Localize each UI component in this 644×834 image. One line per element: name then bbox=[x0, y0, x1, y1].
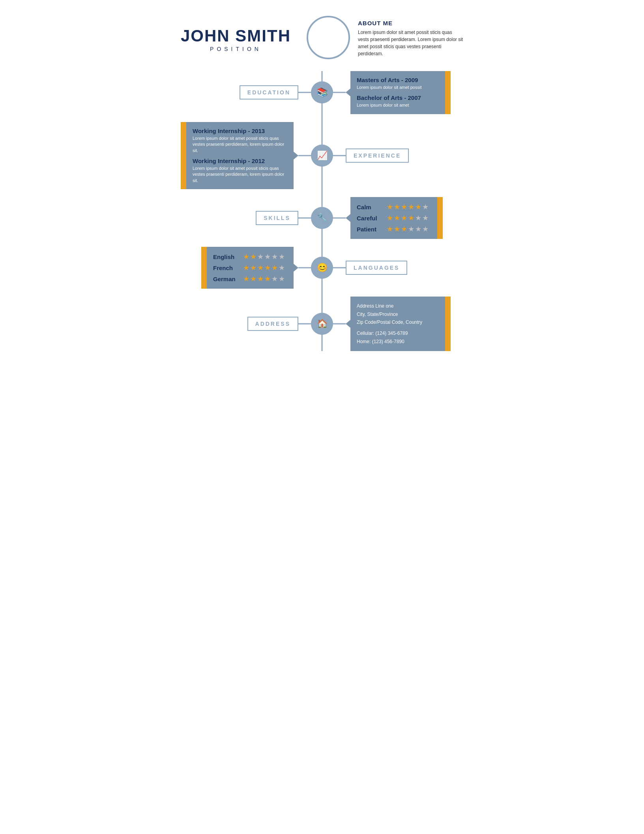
education-icon: 📚 bbox=[317, 87, 328, 98]
lang-english-stars: ★ ★ ★ ★ ★ ★ bbox=[243, 252, 285, 261]
languages-accent bbox=[201, 247, 207, 289]
experience-accent bbox=[181, 122, 186, 189]
skill-patient-stars: ★ ★ ★ ★ ★ ★ bbox=[387, 225, 429, 233]
skill-careful-row: Careful ★ ★ ★ ★ ★ ★ bbox=[357, 214, 431, 222]
address-row: ADDRESS 🏠 Address Line one City, State/P… bbox=[181, 297, 463, 351]
languages-content: English ★ ★ ★ ★ ★ ★ French bbox=[207, 247, 294, 289]
education-right: Masters of Arts - 2009 Lorem ipsum dolor… bbox=[322, 71, 463, 114]
skill-calm-label: Calm bbox=[357, 204, 384, 210]
header-section: JOHN SMITH POSITION ABOUT ME Lorem ipsum… bbox=[181, 16, 463, 59]
address-cellular: Cellular: (124) 345-6789 bbox=[357, 329, 439, 337]
experience-node: 📈 bbox=[311, 145, 333, 167]
about-title: ABOUT ME bbox=[358, 20, 463, 26]
name-block: JOHN SMITH POSITION bbox=[181, 16, 291, 52]
lang-english-label: English bbox=[213, 254, 241, 260]
about-block: ABOUT ME Lorem ipsum dolor sit amet poss… bbox=[358, 16, 463, 57]
experience-icon: 📈 bbox=[317, 150, 328, 161]
skill-careful-label: Careful bbox=[357, 215, 384, 222]
skills-accent bbox=[437, 197, 443, 239]
lang-french-label: French bbox=[213, 265, 241, 271]
languages-arrow bbox=[294, 264, 298, 272]
lang-english-row: English ★ ★ ★ ★ ★ ★ bbox=[213, 252, 287, 261]
address-line2: City, State/Province bbox=[357, 310, 439, 318]
languages-icon: 😊 bbox=[317, 263, 328, 273]
education-entry-1-text: Lorem ipsum dolor sit amet possit bbox=[357, 85, 439, 90]
skill-calm-row: Calm ★ ★ ★ ★ ★ ★ bbox=[357, 203, 431, 211]
experience-arrow bbox=[294, 152, 298, 160]
lang-french-row: French ★ ★ ★ ★ ★ ★ bbox=[213, 263, 287, 272]
skills-content: Calm ★ ★ ★ ★ ★ ★ Careful bbox=[350, 197, 437, 239]
address-icon: 🏠 bbox=[317, 319, 328, 329]
about-text: Lorem ipsum dolor sit amet possit sticis… bbox=[358, 29, 463, 57]
avatar bbox=[307, 16, 350, 59]
full-name: JOHN SMITH bbox=[181, 28, 291, 44]
position-label: POSITION bbox=[181, 46, 291, 52]
skills-icon: 🔧 bbox=[317, 213, 328, 223]
education-accent bbox=[445, 71, 451, 114]
address-line1: Address Line one bbox=[357, 302, 439, 310]
education-entry-2-title: Bachelor of Arts - 2007 bbox=[357, 94, 439, 101]
education-row: EDUCATION 📚 Masters of Arts - 2009 Lorem… bbox=[181, 71, 463, 114]
languages-node: 😊 bbox=[311, 257, 333, 279]
skills-left: SKILLS bbox=[181, 211, 322, 225]
education-entry-1-title: Masters of Arts - 2009 bbox=[357, 77, 439, 83]
skill-careful-stars: ★ ★ ★ ★ ★ ★ bbox=[387, 214, 429, 222]
education-arrow bbox=[346, 88, 350, 96]
skills-arrow bbox=[346, 214, 350, 222]
education-entry-2-text: Lorem ipsum dolor sit amet bbox=[357, 102, 439, 108]
education-content: Masters of Arts - 2009 Lorem ipsum dolor… bbox=[350, 71, 445, 114]
languages-right-label: LANGUAGES bbox=[322, 261, 463, 275]
experience-entry-2-text: Lorem ipsum dolor sit amet possit sticis… bbox=[193, 165, 287, 184]
address-node: 🏠 bbox=[311, 313, 333, 335]
address-right: Address Line one City, State/Province Zi… bbox=[322, 297, 463, 351]
address-content: Address Line one City, State/Province Zi… bbox=[350, 297, 445, 351]
lang-german-row: German ★ ★ ★ ★ ★ ★ bbox=[213, 274, 287, 283]
resume-page: JOHN SMITH POSITION ABOUT ME Lorem ipsum… bbox=[161, 0, 483, 417]
experience-entry-1-text: Lorem ipsum dolor sit amet possit sticis… bbox=[193, 135, 287, 154]
address-arrow bbox=[346, 320, 350, 328]
languages-label: LANGUAGES bbox=[346, 261, 407, 275]
education-left: EDUCATION bbox=[181, 85, 322, 100]
skill-patient-row: Patient ★ ★ ★ ★ ★ ★ bbox=[357, 225, 431, 233]
education-label: EDUCATION bbox=[240, 85, 298, 100]
skill-patient-label: Patient bbox=[357, 226, 384, 233]
experience-entry-2-title: Working Internship - 2012 bbox=[193, 158, 287, 164]
experience-label: EXPERIENCE bbox=[346, 148, 409, 163]
experience-right-label: EXPERIENCE bbox=[322, 148, 463, 163]
lang-german-label: German bbox=[213, 276, 241, 282]
experience-entry-1-title: Working Internship - 2013 bbox=[193, 128, 287, 134]
address-accent bbox=[445, 297, 451, 351]
address-label: ADDRESS bbox=[247, 317, 298, 331]
address-line3: Zip Code/Postal Code, Country bbox=[357, 318, 439, 326]
experience-row: Working Internship - 2013 Lorem ipsum do… bbox=[181, 122, 463, 189]
experience-content: Working Internship - 2013 Lorem ipsum do… bbox=[186, 122, 294, 189]
lang-french-stars: ★ ★ ★ ★ ★ ★ bbox=[243, 263, 285, 272]
skills-node: 🔧 bbox=[311, 207, 333, 229]
timeline: EDUCATION 📚 Masters of Arts - 2009 Lorem… bbox=[181, 71, 463, 351]
skills-label: SKILLS bbox=[256, 211, 298, 225]
skill-calm-stars: ★ ★ ★ ★ ★ ★ bbox=[387, 203, 429, 211]
lang-german-stars: ★ ★ ★ ★ ★ ★ bbox=[243, 274, 285, 283]
languages-left: English ★ ★ ★ ★ ★ ★ French bbox=[181, 247, 322, 289]
education-node: 📚 bbox=[311, 81, 333, 103]
languages-row: English ★ ★ ★ ★ ★ ★ French bbox=[181, 247, 463, 289]
address-left: ADDRESS bbox=[181, 317, 322, 331]
skills-right: Calm ★ ★ ★ ★ ★ ★ Careful bbox=[322, 197, 463, 239]
experience-left: Working Internship - 2013 Lorem ipsum do… bbox=[181, 122, 322, 189]
address-home: Home: (123) 456-7890 bbox=[357, 338, 439, 346]
skills-row: SKILLS 🔧 Calm ★ ★ bbox=[181, 197, 463, 239]
